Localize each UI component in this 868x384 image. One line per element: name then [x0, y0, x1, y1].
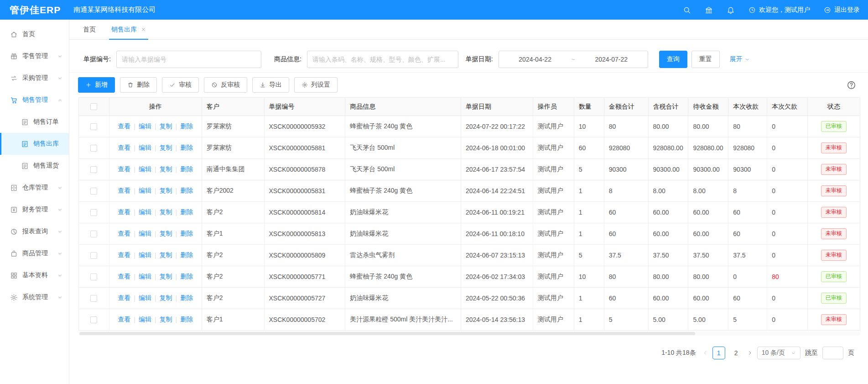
delete-link[interactable]: 删除 — [180, 122, 193, 131]
column-settings-button[interactable]: 列设置 — [294, 77, 338, 93]
copy-link[interactable]: 复制 — [160, 144, 172, 152]
delete-link[interactable]: 删除 — [180, 316, 193, 324]
sidebar-item-report[interactable]: 报表查询 — [0, 221, 69, 242]
copy-link[interactable]: 复制 — [160, 230, 172, 238]
reset-button[interactable]: 重置 — [691, 51, 720, 68]
export-button[interactable]: 导出 — [252, 77, 289, 93]
delete-link[interactable]: 删除 — [180, 294, 193, 302]
prev-page-button[interactable] — [702, 350, 708, 356]
search-icon[interactable] — [683, 6, 691, 14]
cell-customer: 客户2 — [202, 266, 265, 287]
copy-link[interactable]: 复制 — [160, 208, 172, 216]
sidebar-item-sales-order[interactable]: 销售订单 — [0, 111, 69, 133]
view-link[interactable]: 查看 — [118, 251, 130, 259]
copy-link[interactable]: 复制 — [160, 165, 172, 174]
view-link[interactable]: 查看 — [118, 165, 130, 174]
view-link[interactable]: 查看 — [118, 294, 130, 302]
view-link[interactable]: 查看 — [118, 122, 130, 131]
row-checkbox[interactable] — [90, 188, 97, 195]
sidebar-item-basic[interactable]: 基本资料 — [0, 264, 69, 286]
help-icon[interactable] — [847, 80, 856, 90]
edit-link[interactable]: 编辑 — [139, 230, 151, 238]
delete-link[interactable]: 删除 — [180, 230, 193, 238]
edit-link[interactable]: 编辑 — [139, 165, 151, 174]
copy-link[interactable]: 复制 — [160, 122, 172, 131]
row-checkbox[interactable] — [90, 209, 97, 216]
delete-button[interactable]: 删除 — [120, 77, 157, 93]
close-icon[interactable] — [141, 27, 146, 32]
view-link[interactable]: 查看 — [118, 208, 130, 216]
sidebar-item-retail[interactable]: 零售管理 — [0, 45, 69, 67]
cell-operator: 测试用户 — [533, 137, 574, 158]
page-size-select[interactable]: 10 条/页 — [757, 347, 800, 359]
product-info-input[interactable] — [307, 51, 458, 68]
copy-link[interactable]: 复制 — [160, 273, 172, 281]
delete-link[interactable]: 删除 — [180, 144, 193, 152]
horizontal-scrollbar[interactable] — [78, 331, 860, 336]
copy-link[interactable]: 复制 — [160, 294, 172, 302]
sidebar-item-warehouse[interactable]: 仓库管理 — [0, 177, 69, 199]
tab-sales-outbound[interactable]: 销售出库 — [104, 20, 154, 39]
sidebar-item-finance[interactable]: 财务管理 — [0, 199, 69, 221]
view-link[interactable]: 查看 — [118, 316, 130, 324]
copy-link[interactable]: 复制 — [160, 316, 172, 324]
next-page-button[interactable] — [747, 350, 753, 356]
sidebar-item-sales-return[interactable]: 销售退货 — [0, 155, 69, 177]
jump-input[interactable] — [822, 347, 843, 359]
view-link[interactable]: 查看 — [118, 187, 130, 195]
cell-qty: 1 — [574, 309, 604, 330]
sidebar-item-purchase[interactable]: 采购管理 — [0, 67, 69, 89]
edit-link[interactable]: 编辑 — [139, 122, 151, 131]
date-range-picker[interactable]: 2024-04-22 ~ 2024-07-22 — [499, 51, 648, 68]
audit-button[interactable]: 审核 — [162, 77, 199, 93]
edit-link[interactable]: 编辑 — [139, 316, 151, 324]
scrollbar-thumb[interactable] — [79, 332, 695, 335]
sidebar-item-sales[interactable]: 销售管理 — [0, 89, 69, 111]
sidebar-item-product[interactable]: 商品管理 — [0, 242, 69, 264]
edit-link[interactable]: 编辑 — [139, 273, 151, 281]
tab-home[interactable]: 首页 — [75, 20, 104, 39]
unaudit-button[interactable]: 反审核 — [204, 77, 247, 93]
view-link[interactable]: 查看 — [118, 273, 130, 281]
doc-no-input[interactable] — [116, 51, 261, 68]
delete-link[interactable]: 删除 — [180, 165, 193, 174]
view-link[interactable]: 查看 — [118, 230, 130, 238]
edit-link[interactable]: 编辑 — [139, 187, 151, 195]
add-button[interactable]: 新增 — [78, 77, 115, 93]
bank-icon[interactable] — [705, 6, 713, 14]
cell-date: 2024-05-14 23:56:13 — [461, 309, 533, 330]
row-checkbox[interactable] — [90, 316, 97, 323]
select-all-checkbox[interactable] — [90, 103, 97, 110]
logout-button[interactable]: 退出登录 — [824, 6, 860, 14]
action-separator: | — [176, 295, 177, 302]
row-checkbox[interactable] — [90, 166, 97, 173]
doc-icon — [21, 162, 29, 170]
delete-link[interactable]: 删除 — [180, 208, 193, 216]
sidebar-item-home[interactable]: 首页 — [0, 23, 69, 45]
edit-link[interactable]: 编辑 — [139, 208, 151, 216]
row-checkbox[interactable] — [90, 274, 97, 280]
copy-link[interactable]: 复制 — [160, 187, 172, 195]
welcome-user[interactable]: 欢迎您，测试用户 — [748, 6, 810, 14]
bell-icon[interactable] — [727, 6, 735, 14]
delete-link[interactable]: 删除 — [180, 273, 193, 281]
view-link[interactable]: 查看 — [118, 144, 130, 152]
sidebar-item-system[interactable]: 系统管理 — [0, 286, 69, 308]
row-checkbox[interactable] — [90, 252, 97, 259]
row-checkbox[interactable] — [90, 295, 97, 302]
edit-link[interactable]: 编辑 — [139, 251, 151, 259]
delete-link[interactable]: 删除 — [180, 187, 193, 195]
sidebar-item-sales-outbound[interactable]: 销售出库 — [0, 133, 69, 155]
row-checkbox[interactable] — [90, 145, 97, 152]
edit-link[interactable]: 编辑 — [139, 144, 151, 152]
row-checkbox[interactable] — [90, 231, 97, 237]
row-checkbox[interactable] — [90, 123, 97, 130]
page-2-button[interactable]: 2 — [730, 347, 743, 359]
delete-link[interactable]: 删除 — [180, 251, 193, 259]
edit-link[interactable]: 编辑 — [139, 294, 151, 302]
sidebar-item-label: 销售出库 — [33, 140, 59, 148]
page-1-button[interactable]: 1 — [712, 347, 725, 359]
search-button[interactable]: 查询 — [659, 51, 687, 68]
expand-link[interactable]: 展开 — [730, 55, 750, 63]
copy-link[interactable]: 复制 — [160, 251, 172, 259]
